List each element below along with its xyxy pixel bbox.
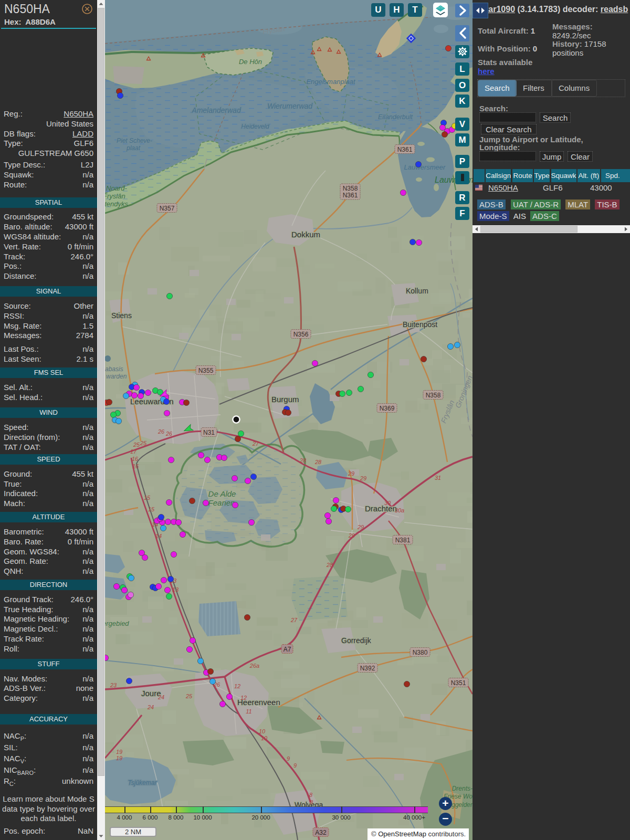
svg-text:28: 28 bbox=[299, 457, 307, 464]
svg-text:Kollum: Kollum bbox=[406, 287, 428, 295]
svg-text:25: 25 bbox=[133, 442, 140, 448]
svg-text:Tsjûkemar: Tsjûkemar bbox=[128, 779, 158, 786]
svg-text:N361: N361 bbox=[343, 192, 358, 199]
svg-text:25: 25 bbox=[185, 693, 193, 699]
svg-text:Drachten: Drachten bbox=[365, 504, 397, 513]
svg-text:19: 19 bbox=[116, 749, 122, 755]
svg-text:24: 24 bbox=[158, 694, 164, 700]
svg-text:Engelsmanplaat: Engelsmanplaat bbox=[306, 78, 356, 86]
svg-text:Drents-: Drents- bbox=[452, 785, 472, 792]
svg-text:Amelanderwad: Amelanderwad bbox=[191, 106, 242, 114]
svg-text:29: 29 bbox=[357, 524, 364, 530]
svg-text:N392: N392 bbox=[360, 665, 375, 672]
svg-text:26a: 26a bbox=[249, 663, 259, 669]
svg-text:Piet Scheve-: Piet Scheve- bbox=[117, 137, 152, 144]
svg-text:27: 27 bbox=[252, 440, 259, 447]
svg-text:N380: N380 bbox=[413, 649, 428, 656]
svg-text:14: 14 bbox=[155, 533, 162, 539]
svg-text:N355: N355 bbox=[198, 367, 214, 374]
svg-text:N357: N357 bbox=[160, 205, 175, 212]
svg-text:29: 29 bbox=[360, 475, 366, 481]
svg-text:29: 29 bbox=[348, 470, 354, 477]
svg-text:28: 28 bbox=[314, 459, 322, 465]
svg-text:Noard-: Noard- bbox=[106, 184, 127, 192]
svg-text:De Alde: De Alde bbox=[208, 489, 236, 498]
svg-text:30: 30 bbox=[384, 500, 391, 506]
svg-text:12: 12 bbox=[234, 683, 240, 689]
svg-text:N358: N358 bbox=[343, 185, 358, 192]
svg-text:Eilanderbult: Eilanderbult bbox=[378, 113, 413, 121]
svg-text:N356: N356 bbox=[293, 331, 309, 338]
svg-text:26: 26 bbox=[158, 428, 165, 435]
svg-text:26: 26 bbox=[165, 430, 173, 437]
svg-text:A7: A7 bbox=[284, 646, 291, 653]
svg-text:Stiens: Stiens bbox=[111, 311, 132, 320]
svg-text:15: 15 bbox=[144, 495, 151, 501]
svg-text:De Hôn: De Hôn bbox=[239, 58, 262, 66]
svg-text:Feanen: Feanen bbox=[208, 498, 235, 507]
svg-text:N381: N381 bbox=[395, 537, 411, 544]
svg-text:Burgum: Burgum bbox=[271, 395, 299, 404]
svg-text:warden: warden bbox=[106, 373, 127, 380]
svg-text:16: 16 bbox=[132, 463, 139, 469]
svg-text:9: 9 bbox=[287, 755, 290, 762]
svg-text:9: 9 bbox=[293, 762, 297, 769]
svg-text:Dokkum: Dokkum bbox=[291, 230, 320, 239]
svg-text:Fryslân: Fryslân bbox=[105, 192, 125, 200]
svg-text:28: 28 bbox=[326, 562, 333, 568]
svg-text:N31: N31 bbox=[203, 429, 215, 436]
svg-text:abasis: abasis bbox=[105, 365, 123, 373]
svg-text:8: 8 bbox=[309, 792, 313, 798]
svg-text:30a: 30a bbox=[395, 507, 404, 513]
svg-text:Gorredijk: Gorredijk bbox=[341, 636, 372, 645]
svg-text:N369: N369 bbox=[380, 405, 395, 412]
svg-text:24: 24 bbox=[147, 704, 154, 710]
svg-text:10: 10 bbox=[259, 728, 266, 734]
svg-text:16: 16 bbox=[132, 456, 139, 462]
svg-text:Wierumerwad: Wierumerwad bbox=[267, 102, 313, 110]
svg-text:13: 13 bbox=[172, 586, 179, 593]
svg-text:10: 10 bbox=[261, 735, 268, 741]
svg-text:ergebied: ergebied bbox=[105, 620, 129, 627]
svg-text:11: 11 bbox=[246, 708, 251, 715]
svg-text:N351: N351 bbox=[451, 679, 466, 687]
svg-text:12: 12 bbox=[240, 695, 247, 701]
svg-text:Buitenpost: Buitenpost bbox=[403, 320, 437, 329]
svg-text:plaat: plaat bbox=[126, 144, 141, 152]
svg-text:N358: N358 bbox=[426, 392, 441, 399]
svg-text:8: 8 bbox=[310, 799, 313, 805]
svg-text:29: 29 bbox=[348, 532, 355, 539]
svg-text:N361: N361 bbox=[397, 146, 413, 153]
svg-text:A32: A32 bbox=[315, 829, 327, 836]
svg-text:31: 31 bbox=[435, 475, 441, 481]
svg-text:17: 17 bbox=[130, 448, 137, 455]
svg-text:25: 25 bbox=[140, 440, 147, 446]
svg-text:23: 23 bbox=[110, 682, 117, 688]
svg-text:ûtendyks: ûtendyks bbox=[105, 200, 129, 208]
svg-text:15: 15 bbox=[148, 506, 155, 512]
svg-text:Lauwersmeer: Lauwersmeer bbox=[404, 163, 446, 171]
svg-text:Heideveld: Heideveld bbox=[241, 123, 269, 130]
svg-text:19: 19 bbox=[116, 755, 122, 761]
svg-text:27: 27 bbox=[290, 617, 298, 623]
